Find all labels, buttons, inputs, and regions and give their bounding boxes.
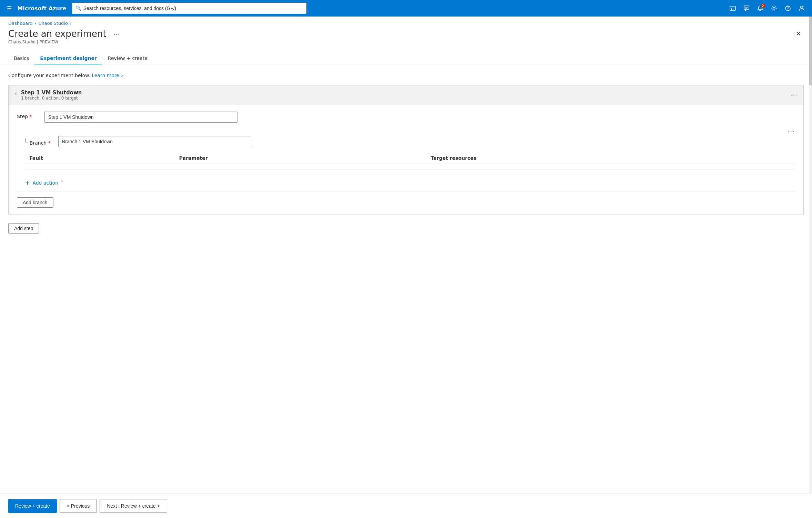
page-subtitle: Chaos Studio | PREVIEW xyxy=(8,40,122,44)
branch-label: Branch * xyxy=(30,140,51,146)
svg-point-4 xyxy=(773,7,775,9)
step-container: ⌃ Step 1 VM Shutdown 1 branch, 0 action,… xyxy=(8,85,804,215)
review-create-button[interactable]: Review + create xyxy=(8,499,57,513)
add-action-chevron-icon[interactable]: ˅ xyxy=(61,180,63,185)
branch-input[interactable] xyxy=(58,136,251,147)
fault-col-header: Fault xyxy=(25,153,175,164)
branch-row: └ Branch * xyxy=(17,136,795,147)
configure-text: Configure your experiment below. Learn m… xyxy=(8,73,804,78)
search-input[interactable] xyxy=(83,6,303,11)
target-col-header: Target resources xyxy=(427,153,795,164)
tab-experiment-designer[interactable]: Experiment designer xyxy=(34,53,102,64)
breadcrumb-sep-1: › xyxy=(35,21,37,26)
divider xyxy=(17,191,795,192)
add-branch-button[interactable]: Add branch xyxy=(17,197,53,208)
tab-review-create[interactable]: Review + create xyxy=(102,53,153,64)
breadcrumb-sep-2: › xyxy=(70,21,72,26)
search-box[interactable]: 🔍 xyxy=(72,3,306,14)
previous-button[interactable]: < Previous xyxy=(60,499,97,513)
svg-point-6 xyxy=(788,10,788,10)
fault-table: Fault Parameter Target resources xyxy=(25,153,795,170)
step-input[interactable] xyxy=(44,112,237,123)
step-more-icon[interactable]: ··· xyxy=(791,92,798,99)
next-button[interactable]: Next : Review + create > xyxy=(100,499,167,513)
branch-connector-icon: └ xyxy=(24,138,28,146)
close-button[interactable]: ✕ xyxy=(793,29,804,39)
parameter-col-header: Parameter xyxy=(175,153,427,164)
title-area: Create an experiment ··· Chaos Studio | … xyxy=(8,29,122,44)
branch-section: ··· └ Branch * xyxy=(17,128,795,208)
add-action-label[interactable]: Add action xyxy=(32,180,58,186)
step-body: Step * ··· └ Branch * xyxy=(9,105,803,215)
bottom-bar: Review + create < Previous Next : Review… xyxy=(0,493,812,518)
main-content: Configure your experiment below. Learn m… xyxy=(0,64,812,483)
search-icon: 🔍 xyxy=(75,6,81,11)
external-link-icon: ➚ xyxy=(121,74,124,78)
learn-more-link[interactable]: Learn more xyxy=(92,73,119,78)
settings-icon[interactable] xyxy=(768,2,780,14)
tab-basics[interactable]: Basics xyxy=(8,53,34,64)
notification-badge: 2 xyxy=(760,3,765,8)
branch-more-icon[interactable]: ··· xyxy=(788,128,795,135)
add-action-plus-icon: + xyxy=(25,179,30,186)
brand-name: Microsoft Azure xyxy=(17,5,66,12)
step-subtitle: 1 branch, 0 action, 0 target xyxy=(21,96,82,101)
breadcrumb-chaos-studio[interactable]: Chaos Studio xyxy=(38,21,68,26)
svg-rect-0 xyxy=(730,6,735,10)
branch-more-row: ··· xyxy=(17,128,795,135)
empty-row xyxy=(25,164,795,170)
breadcrumb-dashboard[interactable]: Dashboard xyxy=(8,21,33,26)
add-step-button[interactable]: Add step xyxy=(8,223,39,234)
page-title: Create an experiment xyxy=(8,29,106,39)
step-required-star: * xyxy=(29,114,32,119)
scrollbar-thumb[interactable] xyxy=(809,17,812,85)
collapse-chevron-icon[interactable]: ⌃ xyxy=(14,93,18,97)
svg-point-7 xyxy=(801,6,803,9)
top-nav: ☰ Microsoft Azure 🔍 2 xyxy=(0,0,812,17)
cloud-shell-icon[interactable] xyxy=(727,2,739,14)
fault-table-wrapper: Fault Parameter Target resources xyxy=(17,153,795,190)
nav-icons: 2 xyxy=(727,2,808,14)
header-actions: ✕ xyxy=(793,29,804,39)
hamburger-menu[interactable]: ☰ xyxy=(4,2,14,14)
scrollbar-track[interactable] xyxy=(809,17,812,493)
add-action-row[interactable]: + Add action ˅ xyxy=(25,175,795,190)
tabs: Basics Experiment designer Review + crea… xyxy=(0,47,812,64)
help-icon[interactable] xyxy=(782,2,794,14)
feedback-icon[interactable] xyxy=(740,2,753,14)
step-field-row: Step * xyxy=(17,112,795,123)
notifications-icon[interactable]: 2 xyxy=(754,2,767,14)
account-icon[interactable] xyxy=(795,2,808,14)
branch-required-star: * xyxy=(48,140,51,146)
step-header[interactable]: ⌃ Step 1 VM Shutdown 1 branch, 0 action,… xyxy=(9,85,803,105)
step-label: Step * xyxy=(17,114,38,119)
branch-label-area: └ Branch * xyxy=(24,138,51,146)
header-more-button[interactable]: ··· xyxy=(111,29,122,39)
step-title: Step 1 VM Shutdown xyxy=(21,90,82,96)
breadcrumb: Dashboard › Chaos Studio › xyxy=(0,17,812,29)
page-header: Create an experiment ··· Chaos Studio | … xyxy=(0,29,812,44)
step-header-left: ⌃ Step 1 VM Shutdown 1 branch, 0 action,… xyxy=(14,90,82,101)
